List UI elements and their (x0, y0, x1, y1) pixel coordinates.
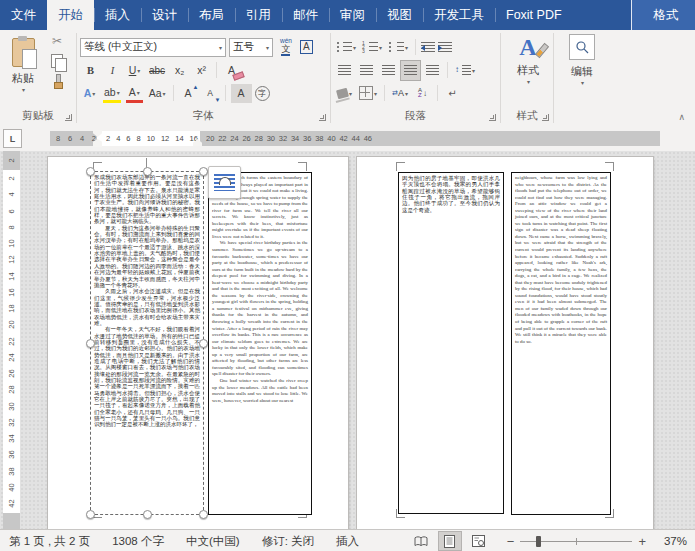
word-count-indicator[interactable]: 1308 个字 (112, 534, 164, 549)
language-indicator[interactable]: 中文(中国) (186, 534, 240, 549)
font-dialog-launcher[interactable] (319, 114, 326, 121)
italic-button[interactable]: I (103, 61, 122, 80)
ruler-row: L 8642 246810121416 20222426283032343638… (0, 126, 695, 151)
tab-insert[interactable]: 插入 (94, 0, 141, 30)
styles-button[interactable]: A 样式 ▾ (507, 34, 549, 85)
highlight-color-button[interactable]: ab▾ (102, 83, 122, 104)
cut-button[interactable]: ✂ (52, 34, 62, 48)
ribbon-home: 粘贴 ▾ ✂ 剪贴板 等线 (中文正文) ▾ 五号 ▾ (0, 30, 695, 127)
paint-bucket-icon (336, 87, 349, 99)
tab-developer[interactable]: 开发工具 (423, 0, 495, 30)
clipboard-group: 粘贴 ▾ ✂ 剪贴板 (0, 30, 76, 126)
tab-home[interactable]: 开始 (47, 0, 94, 30)
tab-mailings[interactable]: 邮件 (282, 0, 329, 30)
bold-button[interactable]: B (81, 61, 100, 80)
align-right-button[interactable] (379, 61, 398, 80)
grow-font-button[interactable]: A▲ (179, 84, 198, 103)
paste-button[interactable]: 粘贴 ▾ (4, 35, 42, 115)
shrink-font-button[interactable]: A▼ (201, 84, 220, 103)
track-changes-indicator[interactable]: 修订: 关闭 (262, 534, 314, 549)
paste-dropdown-caret[interactable]: ▾ (22, 86, 25, 93)
tab-stop-selector[interactable]: L (3, 129, 22, 148)
layout-options-button[interactable] (208, 166, 241, 199)
distribute-icon (426, 65, 439, 76)
sort-az-icon: AZ (418, 88, 422, 98)
zoom-slider[interactable] (520, 534, 632, 548)
justify-button[interactable] (401, 61, 420, 80)
character-border-button[interactable]: A (300, 40, 313, 54)
textbox-chinese-page2[interactable]: 因为他们的房子地基牢固，即使洪水几乎灭顶也不会坍塌。我家的男人们手拿船篙蹚过被水… (398, 172, 504, 514)
distribute-button[interactable] (423, 61, 442, 80)
web-layout-button[interactable] (468, 532, 490, 550)
zoom-out-button[interactable]: − (507, 534, 515, 549)
numbering-button[interactable]: 123▾ (361, 38, 384, 57)
line-spacing-icon: ↕ (455, 64, 459, 76)
editing-button[interactable]: 编辑 ▾ (560, 34, 604, 86)
tab-review[interactable]: 审阅 (329, 0, 376, 30)
text-effects-button[interactable]: A▾ (80, 84, 99, 103)
resize-handle-w[interactable] (86, 339, 95, 348)
clear-formatting-button[interactable]: A (222, 61, 241, 80)
editing-group: 编辑 ▾ (554, 30, 614, 126)
left-indent-marker[interactable] (93, 144, 102, 147)
zoom-in-button[interactable]: + (638, 534, 646, 549)
align-left-button[interactable] (335, 61, 354, 80)
resize-handle-s[interactable] (143, 510, 152, 519)
shading-button[interactable]: ▾ (335, 84, 354, 103)
multilevel-list-button[interactable]: ▾ (387, 38, 410, 57)
font-color-button[interactable]: A▾ (125, 83, 144, 104)
strikethrough-button[interactable]: abc (147, 61, 167, 80)
tab-references[interactable]: 引用 (235, 0, 282, 30)
vertical-ruler: 2 24681012141618202224262830323436384042 (3, 151, 20, 529)
page-number-indicator[interactable]: 第 1 页 , 共 2 页 (9, 534, 90, 549)
underline-button[interactable]: U▾ (125, 61, 144, 80)
change-case-button[interactable]: Aa▾ (147, 84, 168, 103)
multilevel-icon (389, 42, 392, 53)
tab-design[interactable]: 设计 (141, 0, 188, 30)
print-layout-button[interactable] (439, 532, 461, 550)
zoom-level-indicator[interactable]: 37% (653, 535, 687, 547)
phonetic-guide-button[interactable]: wén 文 (280, 38, 292, 56)
textbox-english-page1[interactable]: The river which forms the eastern bounda… (208, 172, 312, 515)
resize-handle-se[interactable] (199, 510, 208, 519)
tab-format-contextual[interactable]: 格式 (631, 0, 695, 30)
copy-button[interactable] (51, 54, 63, 68)
resize-handle-n[interactable] (143, 167, 152, 176)
insert-mode-indicator[interactable]: 插入 (336, 534, 359, 549)
font-name-combobox[interactable]: 等线 (中文正文) ▾ (80, 38, 226, 57)
bullets-button[interactable]: ▾ (335, 38, 358, 57)
textbox-chinese-page1[interactable]: 形成我们农场东部边界的一条河流一直在我们生活中发挥着重要作用。要是没有这条河，我… (90, 171, 204, 515)
paragraph-dialog-launcher[interactable] (489, 114, 496, 121)
tab-foxit-pdf[interactable]: Foxit PDF (495, 0, 573, 30)
format-painter-button[interactable] (53, 74, 62, 87)
clipboard-dialog-launcher[interactable] (65, 114, 72, 121)
tab-file[interactable]: 文件 (0, 0, 47, 30)
collapse-ribbon-button[interactable]: ∧ (678, 112, 685, 122)
styles-dialog-launcher[interactable] (542, 114, 549, 121)
enclose-characters-button[interactable]: 字 (255, 86, 270, 101)
resize-handle-ne[interactable] (199, 167, 208, 176)
asian-layout-button[interactable]: ⇄A▾ (390, 84, 410, 103)
borders-button[interactable]: ▾ (357, 84, 379, 103)
sort-button[interactable]: AZ↓ (413, 84, 432, 103)
word-window: 文件 开始 插入 设计 布局 引用 邮件 审阅 视图 开发工具 Foxit PD… (0, 0, 695, 551)
resize-handle-nw[interactable] (86, 167, 95, 176)
font-color-red-bar (126, 100, 143, 103)
tab-view[interactable]: 视图 (376, 0, 423, 30)
increase-indent-button[interactable] (438, 42, 452, 53)
show-hide-marks-button[interactable]: ↵ (443, 84, 462, 103)
textbox-english-page2[interactable]: neighbours, whose farm was low lying and… (511, 172, 611, 515)
resize-handle-sw[interactable] (86, 510, 95, 519)
superscript-button[interactable]: x² (192, 61, 211, 80)
read-mode-button[interactable] (410, 532, 432, 550)
align-center-button[interactable] (357, 61, 376, 80)
decrease-indent-button[interactable] (421, 42, 435, 53)
subscript-button[interactable]: x₂ (170, 61, 189, 80)
print-layout-icon (444, 535, 455, 548)
tab-layout[interactable]: 布局 (188, 0, 235, 30)
character-shading-button[interactable]: A (231, 84, 252, 103)
zoom-slider-thumb[interactable] (536, 536, 541, 547)
line-spacing-button[interactable]: ↕▾ (453, 61, 477, 80)
font-size-combobox[interactable]: 五号 ▾ (229, 38, 273, 57)
resize-handle-e[interactable] (199, 339, 208, 348)
